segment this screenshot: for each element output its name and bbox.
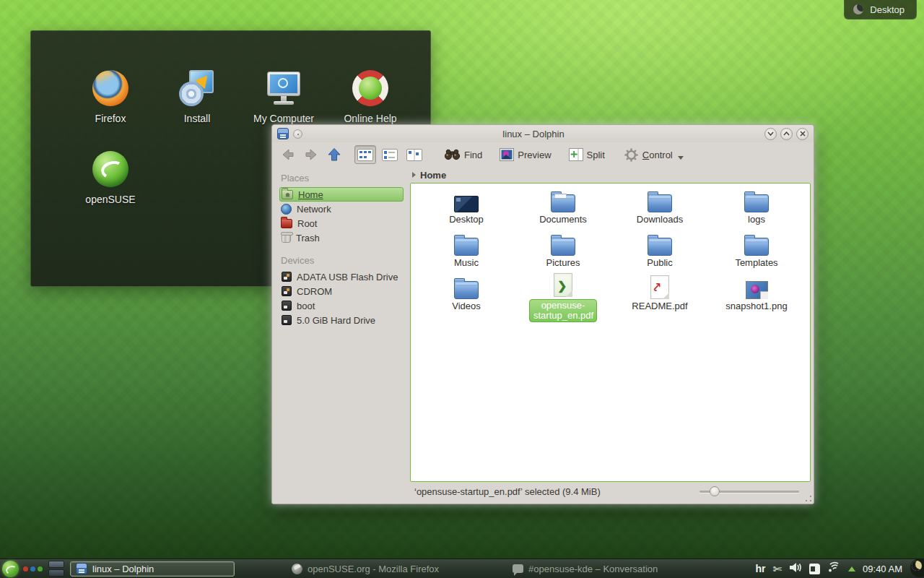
sidebar-item-network[interactable]: Network xyxy=(279,202,404,216)
blue-dot-icon xyxy=(30,566,35,571)
application-launcher-button[interactable] xyxy=(2,561,19,577)
file-logs[interactable]: logs xyxy=(708,186,805,230)
konversation-task-icon xyxy=(513,564,523,573)
desktop-icon-install[interactable]: Install xyxy=(154,57,240,138)
forward-button[interactable] xyxy=(301,147,321,163)
file-public[interactable]: Public xyxy=(611,230,708,273)
klipper-scissors-icon[interactable]: ✄ xyxy=(772,564,782,574)
root-folder-icon xyxy=(281,219,292,228)
file-downloads[interactable]: Downloads xyxy=(611,186,708,230)
task-firefox[interactable]: openSUSE.org - Mozilla Firefox xyxy=(287,561,444,577)
icons-view-button[interactable] xyxy=(354,145,376,164)
minimize-button[interactable] xyxy=(764,128,777,140)
desktop-icon-firefox[interactable]: Firefox xyxy=(67,57,154,138)
panel-toolbox-icon[interactable] xyxy=(910,558,924,577)
titlebar[interactable]: linux – Dolphin xyxy=(272,125,814,142)
hard-drive-icon xyxy=(282,301,292,311)
breadcrumb[interactable]: Home xyxy=(410,167,811,183)
zoom-slider[interactable] xyxy=(699,486,799,497)
find-label: Find xyxy=(464,150,482,160)
columns-view-button[interactable] xyxy=(404,145,425,164)
file-snapshot-png[interactable]: snapshot1.png xyxy=(708,273,805,316)
sidebar-item-home[interactable]: Home xyxy=(279,187,404,202)
home-icon xyxy=(282,190,293,199)
details-view-button[interactable] xyxy=(379,145,401,164)
sidebar-item-cdrom[interactable]: CDROM xyxy=(279,284,404,298)
activity-dots xyxy=(23,566,43,571)
taskbar: linux – Dolphin openSUSE.org - Mozilla F… xyxy=(0,558,924,578)
icon-label: Online Help xyxy=(344,113,396,124)
dolphin-app-icon xyxy=(277,128,289,139)
usb-drive-icon xyxy=(282,272,292,282)
dolphin-window: linux – Dolphin xyxy=(271,124,814,504)
sidebar-item-boot[interactable]: boot xyxy=(279,298,404,313)
dolphin-task-icon xyxy=(76,563,87,574)
file-readme-pdf[interactable]: ⤤ README.pdf xyxy=(611,273,708,316)
pdf-document-icon: ⤤ xyxy=(650,275,669,299)
main-toolbar: Find Preview Split xyxy=(272,142,814,167)
up-button[interactable] xyxy=(324,146,344,163)
folder-icon xyxy=(454,281,479,299)
breadcrumb-home[interactable]: Home xyxy=(420,170,446,181)
green-dot-icon xyxy=(38,566,43,571)
back-button[interactable] xyxy=(278,147,298,163)
network-icon xyxy=(281,204,292,215)
clock[interactable]: 09:40 AM xyxy=(863,564,902,574)
sidebar-item-hard-drive[interactable]: 5.0 GiB Hard Drive xyxy=(279,313,404,327)
task-dolphin[interactable]: linux – Dolphin xyxy=(70,561,235,577)
desktop-2[interactable] xyxy=(48,569,64,577)
desktop-icon-opensuse[interactable]: openSUSE xyxy=(67,138,154,219)
firefox-task-icon xyxy=(292,564,302,574)
preview-button[interactable]: Preview xyxy=(497,147,554,163)
icon-label: My Computer xyxy=(253,113,314,124)
tray-expander-icon[interactable] xyxy=(848,566,855,571)
folder-icon xyxy=(648,194,672,212)
hard-drive-icon xyxy=(282,315,292,325)
volume-icon[interactable] xyxy=(789,562,802,576)
file-pictures[interactable]: Pictures xyxy=(515,230,611,273)
find-button[interactable]: Find xyxy=(441,147,485,162)
folder-icon xyxy=(551,238,575,256)
control-button[interactable]: Control xyxy=(621,146,687,164)
system-tray: hr ✄ 09:40 AM xyxy=(755,561,924,576)
control-label: Control xyxy=(642,150,673,160)
resize-grip[interactable] xyxy=(805,495,812,502)
file-templates[interactable]: Templates xyxy=(708,230,805,273)
status-text: ‘opensuse-startup_en.pdf’ selected (9.4 … xyxy=(414,486,699,497)
window-menu-button[interactable] xyxy=(293,129,302,139)
device-notifier-icon[interactable] xyxy=(809,564,820,574)
folder-icon xyxy=(744,238,769,256)
opensuse-icon xyxy=(92,151,128,187)
desktop-1[interactable] xyxy=(48,561,64,568)
places-panel: Places Home Network Root Trash xyxy=(275,167,406,501)
red-dot-icon xyxy=(23,566,28,571)
file-music[interactable]: Music xyxy=(418,230,515,273)
close-button[interactable] xyxy=(796,128,808,140)
task-konversation[interactable]: #opensuse-kde – Konversation xyxy=(507,561,663,577)
split-button[interactable]: Split xyxy=(566,147,608,163)
file-documents[interactable]: Documents xyxy=(515,186,611,230)
file-desktop[interactable]: Desktop xyxy=(418,186,515,230)
keyboard-layout-indicator[interactable]: hr xyxy=(755,563,765,574)
zoom-slider-handle[interactable] xyxy=(710,486,720,496)
sidebar-item-root[interactable]: Root xyxy=(279,216,404,230)
desktop-toolbox-label: Desktop xyxy=(870,4,905,15)
network-icon[interactable] xyxy=(827,561,841,576)
pdf-document-icon: ❯ xyxy=(554,273,572,297)
virtual-desktop-pager[interactable] xyxy=(48,561,64,577)
maximize-button[interactable] xyxy=(780,128,793,140)
cdrom-icon xyxy=(282,286,292,296)
file-opensuse-startup-pdf[interactable]: ❯ opensuse-startup_en.pdf xyxy=(515,273,611,316)
folder-icon xyxy=(551,194,575,212)
folder-icon xyxy=(744,194,769,212)
file-videos[interactable]: Videos xyxy=(418,273,515,316)
window-title: linux – Dolphin xyxy=(307,129,760,139)
online-help-icon xyxy=(352,70,388,106)
places-header: Places xyxy=(281,173,404,184)
sidebar-item-trash[interactable]: Trash xyxy=(279,230,404,245)
desktop-toolbox[interactable]: Desktop xyxy=(844,0,917,20)
file-view[interactable]: Desktop Documents Downloads logs xyxy=(410,183,811,482)
desktop-folder-icon xyxy=(454,196,479,212)
chevron-down-icon xyxy=(678,156,684,160)
sidebar-item-adata-usb[interactable]: ADATA USB Flash Drive xyxy=(279,269,404,284)
